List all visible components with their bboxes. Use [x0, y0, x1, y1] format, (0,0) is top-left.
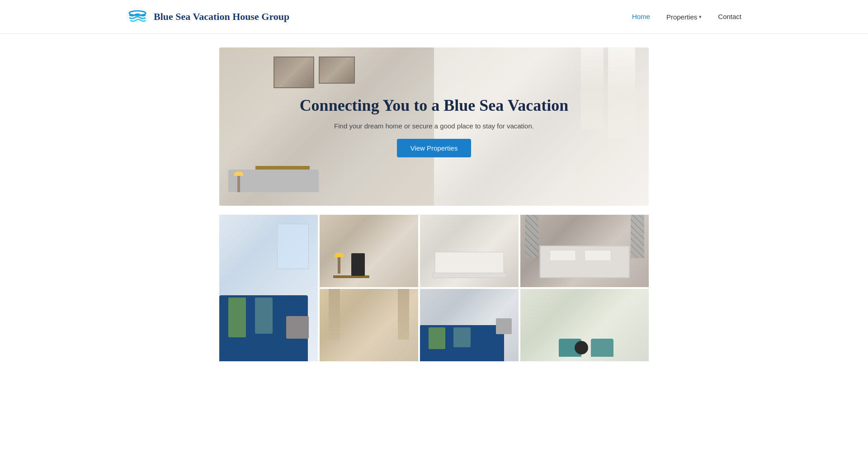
curtain-img5 [329, 289, 340, 340]
dropdown-arrow-icon: ▾ [699, 14, 702, 20]
cushion2-img6 [453, 327, 470, 347]
nav-link-contact[interactable]: Contact [718, 13, 741, 20]
cushion-img6 [429, 327, 445, 349]
cushion-teal [255, 298, 273, 334]
cushion-green [228, 298, 246, 337]
linen-pile [435, 252, 504, 274]
nav-link-properties[interactable]: Properties [666, 13, 697, 21]
site-name: Blue Sea Vacation House Group [154, 11, 289, 23]
side-table-img6 [496, 318, 512, 334]
view-properties-button[interactable]: View Properties [397, 139, 472, 157]
hero-title: Connecting You to a Blue Sea Vacation [300, 96, 569, 115]
chair-img1 [351, 253, 365, 276]
curtain2-img5 [398, 289, 409, 340]
lamp-img1 [338, 255, 340, 274]
gallery-item-1 [320, 215, 418, 287]
teal-chair-2 [591, 339, 613, 357]
nav-item-properties[interactable]: Properties ▾ [666, 13, 702, 21]
gallery-item-7 [520, 289, 649, 361]
pillow2-img3 [585, 250, 611, 261]
gallery-item-6 [420, 289, 519, 361]
curtain-pattern-right [631, 215, 644, 258]
nav-links: Home Properties ▾ Contact [632, 13, 741, 21]
linen-shelf [433, 273, 507, 278]
gallery-item-4: ★ [219, 215, 318, 361]
hero-section: Connecting You to a Blue Sea Vacation Fi… [219, 47, 649, 206]
property-gallery: ★ [219, 215, 649, 361]
logo-icon [127, 6, 148, 28]
main-nav: Blue Sea Vacation House Group Home Prope… [0, 0, 868, 34]
armchair-img4 [286, 316, 309, 339]
pillow-img3 [549, 250, 576, 261]
blue-sofa-img6 [420, 325, 504, 361]
curtain-pattern [525, 215, 538, 258]
gallery-item-5 [320, 289, 418, 361]
hero-subtitle: Find your dream home or secure a good pl… [334, 122, 534, 130]
gallery-item-2 [420, 215, 519, 287]
nav-link-home[interactable]: Home [632, 13, 650, 20]
window-img4 [277, 224, 309, 269]
gallery-item-3 [520, 215, 649, 287]
nav-item-contact[interactable]: Contact [718, 13, 741, 21]
bed-img3 [540, 246, 630, 278]
lamp-head-img1 [335, 253, 344, 257]
round-table-img7 [575, 341, 588, 354]
hero-content: Connecting You to a Blue Sea Vacation Fi… [219, 47, 649, 206]
nav-item-home[interactable]: Home [632, 13, 650, 21]
logo-link[interactable]: Blue Sea Vacation House Group [127, 6, 289, 28]
